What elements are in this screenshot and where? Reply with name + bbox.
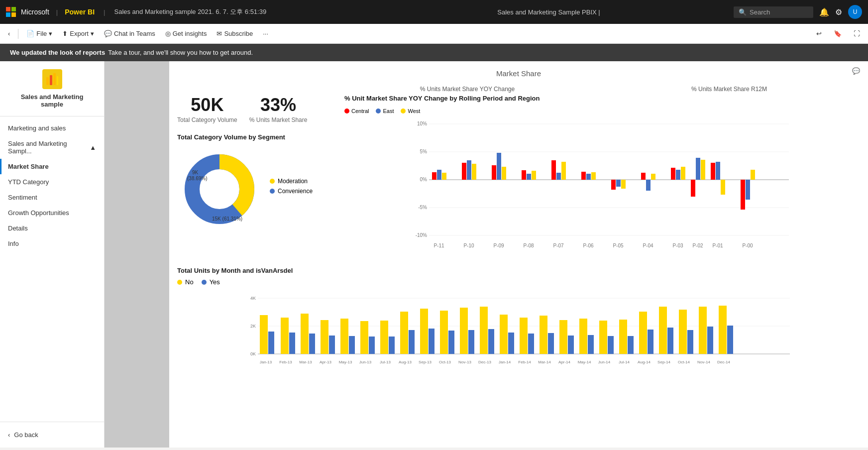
svg-rect-92: [440, 311, 448, 354]
svg-text:P-04: P-04: [643, 243, 653, 248]
svg-rect-99: [508, 333, 514, 354]
svg-rect-106: [579, 319, 587, 354]
svg-text:Apr-14: Apr-14: [558, 360, 571, 364]
svg-text:0K: 0K: [250, 351, 256, 356]
more-button[interactable]: ···: [259, 28, 272, 39]
svg-rect-76: [281, 318, 289, 354]
svg-rect-37: [591, 172, 596, 180]
go-back-section: ‹ Go back: [0, 422, 104, 448]
export-chevron-icon: ▾: [91, 30, 94, 37]
nav-section-header[interactable]: Sales and Marketing Sampl... ▲: [0, 136, 104, 159]
sidebar-item-info[interactable]: Info: [0, 236, 104, 251]
svg-rect-46: [681, 167, 685, 180]
search-placeholder: Search: [750, 8, 770, 16]
get-insights-button[interactable]: ◎ Get insights: [161, 28, 211, 39]
svg-rect-80: [321, 320, 328, 354]
notif-rest: Take a tour, and we'll show you how to g…: [108, 49, 253, 56]
svg-rect-97: [488, 329, 494, 354]
svg-rect-0: [46, 77, 49, 85]
sidebar-item-growth-opportunities[interactable]: Growth Opportunities: [0, 205, 104, 221]
legend-no: No: [177, 278, 194, 286]
file-icon: 📄: [26, 30, 34, 37]
svg-rect-3: [57, 76, 58, 85]
svg-rect-96: [480, 307, 488, 354]
back-arrow-button[interactable]: ‹: [4, 28, 14, 39]
donut-chart-section: Total Category Volume by Segment: [177, 133, 336, 228]
undo-button[interactable]: ↩: [812, 28, 826, 39]
svg-rect-117: [687, 330, 693, 354]
logo-section: Sales and Marketing sample: [0, 61, 104, 116]
moderation-dot: [270, 179, 275, 184]
legend-east: East: [376, 108, 394, 114]
bell-icon[interactable]: 🔔: [819, 7, 829, 17]
svg-rect-81: [329, 336, 335, 354]
svg-text:Feb-14: Feb-14: [518, 360, 531, 364]
svg-rect-90: [420, 309, 428, 354]
svg-rect-103: [548, 333, 554, 354]
sidebar-item-label: YTD Category: [8, 178, 49, 186]
teams-icon: 💬: [104, 30, 112, 37]
svg-text:P-10: P-10: [463, 243, 474, 248]
svg-rect-42: [646, 180, 651, 191]
sidebar-item-market-share[interactable]: Market Share: [0, 159, 104, 174]
svg-text:Sep-14: Sep-14: [657, 360, 670, 364]
svg-text:Jul-14: Jul-14: [619, 360, 630, 364]
go-back-button[interactable]: ‹ Go back: [8, 428, 96, 442]
svg-rect-105: [568, 336, 574, 354]
svg-rect-93: [448, 331, 454, 354]
donut-legend: Moderation Convenience: [270, 178, 313, 198]
svg-text:Feb-13: Feb-13: [279, 360, 292, 364]
svg-rect-24: [467, 160, 471, 180]
svg-text:P-08: P-08: [523, 243, 534, 248]
message-icon[interactable]: 💬: [852, 67, 860, 75]
bottom-chart: Total Units by Month and isVanArsdel No …: [177, 267, 860, 374]
svg-rect-114: [659, 307, 667, 354]
svg-rect-111: [628, 336, 634, 354]
export-button[interactable]: ⬆ Export ▾: [58, 28, 98, 39]
svg-rect-1: [50, 75, 52, 85]
svg-rect-89: [409, 330, 415, 354]
subscribe-button[interactable]: ✉ Subscribe: [213, 28, 257, 39]
svg-text:4K: 4K: [250, 296, 256, 301]
pbi-icon: [42, 69, 62, 89]
sidebar-title-line2: sample: [41, 101, 63, 108]
svg-rect-87: [389, 337, 395, 354]
nav-marketing-sales[interactable]: Marketing and sales: [0, 120, 104, 136]
east-dot: [376, 109, 381, 113]
notification-bar: We updated the look of reports Take a to…: [0, 44, 868, 61]
donut-title: Total Category Volume by Segment: [177, 133, 336, 141]
svg-rect-91: [429, 329, 434, 354]
search-box[interactable]: 🔍 Search: [734, 6, 813, 18]
svg-rect-78: [301, 314, 309, 354]
chat-teams-button[interactable]: 💬 Chat in Teams: [100, 28, 159, 39]
bookmark-button[interactable]: 🔖: [830, 28, 846, 39]
go-back-icon: ‹: [8, 431, 10, 439]
no-dot: [177, 280, 182, 285]
kpi-market-share: 33% % Units Market Share: [249, 95, 308, 123]
sidebar-item-details[interactable]: Details: [0, 221, 104, 236]
left-charts: 50K Total Category Volume 33% % Units Ma…: [177, 95, 336, 259]
svg-text:P-05: P-05: [613, 243, 624, 248]
undo-icon: ↩: [816, 30, 822, 37]
svg-rect-26: [492, 165, 496, 180]
svg-text:Mar-14: Mar-14: [538, 360, 551, 364]
subscribe-label: Subscribe: [224, 30, 253, 37]
fullscreen-button[interactable]: ⛶: [850, 28, 864, 39]
kpi1-label: Total Category Volume: [177, 116, 237, 123]
svg-rect-44: [671, 168, 675, 180]
svg-text:May-14: May-14: [578, 360, 591, 364]
profile-avatar[interactable]: U: [848, 5, 862, 19]
svg-rect-110: [619, 320, 627, 354]
svg-text:2K: 2K: [250, 324, 256, 329]
sidebar-item-ytd-category[interactable]: YTD Category: [0, 174, 104, 190]
file-button[interactable]: 📄 File ▾: [22, 28, 56, 39]
toolbar-separator: [18, 29, 18, 39]
gear-icon[interactable]: ⚙: [835, 7, 842, 17]
sidebar-item-label: Info: [8, 240, 19, 247]
svg-rect-21: [437, 170, 441, 180]
bottom-legend: No Yes: [177, 278, 860, 289]
yes-label: Yes: [210, 278, 220, 286]
svg-rect-86: [380, 321, 388, 354]
sidebar-item-sentiment[interactable]: Sentiment: [0, 190, 104, 205]
svg-rect-102: [540, 316, 547, 354]
